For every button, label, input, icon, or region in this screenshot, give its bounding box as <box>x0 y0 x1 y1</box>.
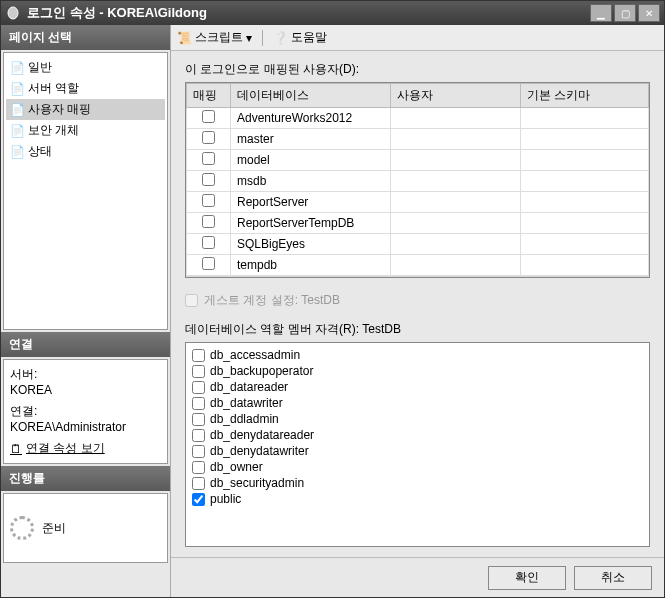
db-cell: tempdb <box>231 255 391 276</box>
role-label: db_securityadmin <box>210 476 304 490</box>
ok-button[interactable]: 확인 <box>488 566 566 590</box>
progress-header: 진행률 <box>1 466 170 491</box>
map-checkbox[interactable] <box>202 152 215 165</box>
user-cell <box>391 255 521 276</box>
map-cell <box>187 108 231 129</box>
role-label: db_accessadmin <box>210 348 300 362</box>
role-label: db_owner <box>210 460 263 474</box>
help-button[interactable]: ❔ 도움말 <box>273 29 327 46</box>
role-label: db_datareader <box>210 380 288 394</box>
role-checkbox[interactable] <box>192 461 205 474</box>
roles-label: 데이터베이스 역할 멤버 자격(R): TestDB <box>185 321 650 338</box>
maximize-button[interactable]: ▢ <box>614 4 636 22</box>
col-db[interactable]: 데이터베이스 <box>231 84 391 108</box>
map-checkbox[interactable] <box>202 194 215 207</box>
body: 페이지 선택 📄 일반 📄 서버 역할 📄 사용자 매핑 📄 보안 개체 <box>1 25 664 597</box>
schema-cell <box>521 234 649 255</box>
map-checkbox[interactable] <box>202 173 215 186</box>
page-label: 일반 <box>28 59 52 76</box>
progress-panel: 준비 <box>3 493 168 563</box>
map-cell <box>187 150 231 171</box>
schema-cell <box>521 171 649 192</box>
page-list: 📄 일반 📄 서버 역할 📄 사용자 매핑 📄 보안 개체 📄 상 <box>3 52 168 330</box>
schema-cell <box>521 192 649 213</box>
table-row[interactable]: AdventureWorks2012 <box>187 108 649 129</box>
page-icon: 📄 <box>10 61 24 75</box>
map-checkbox[interactable] <box>202 131 215 144</box>
role-checkbox[interactable] <box>192 397 205 410</box>
role-item[interactable]: db_securityadmin <box>192 475 643 491</box>
map-checkbox[interactable] <box>202 257 215 270</box>
guest-account-row: 게스트 계정 설정: TestDB <box>185 292 650 309</box>
map-checkbox[interactable] <box>202 215 215 228</box>
user-mapping-table: 매핑 데이터베이스 사용자 기본 스키마 AdventureWorks2012m… <box>186 83 649 277</box>
view-connection-properties-link[interactable]: 🗒 연결 속성 보기 <box>10 440 161 457</box>
role-item[interactable]: db_backupoperator <box>192 363 643 379</box>
role-label: db_backupoperator <box>210 364 313 378</box>
user-mapping-scroll[interactable]: 매핑 데이터베이스 사용자 기본 스키마 AdventureWorks2012m… <box>186 83 649 277</box>
table-row[interactable]: master <box>187 129 649 150</box>
page-label: 보안 개체 <box>28 122 79 139</box>
db-cell: model <box>231 150 391 171</box>
sidebar: 페이지 선택 📄 일반 📄 서버 역할 📄 사용자 매핑 📄 보안 개체 <box>1 25 171 597</box>
page-label: 상태 <box>28 143 52 160</box>
conn-value: KOREA\Administrator <box>10 420 161 434</box>
map-checkbox[interactable] <box>202 110 215 123</box>
table-row[interactable]: TestDBKOREA\Gildong... <box>187 276 649 278</box>
guest-checkbox <box>185 294 198 307</box>
close-button[interactable]: ✕ <box>638 4 660 22</box>
db-cell: ReportServerTempDB <box>231 213 391 234</box>
role-item[interactable]: db_denydatawriter <box>192 443 643 459</box>
page-select-header: 페이지 선택 <box>1 25 170 50</box>
role-label: public <box>210 492 241 506</box>
script-label: 스크립트 <box>195 29 243 46</box>
table-row[interactable]: msdb <box>187 171 649 192</box>
content: 이 로그인으로 매핑된 사용자(D): 매핑 데이터베이스 사용자 기본 스키마 <box>171 51 664 557</box>
role-membership-list[interactable]: db_accessadmindb_backupoperatordb_datare… <box>185 342 650 547</box>
db-cell: SQLBigEyes <box>231 234 391 255</box>
table-row[interactable]: tempdb <box>187 255 649 276</box>
table-row[interactable]: model <box>187 150 649 171</box>
col-map[interactable]: 매핑 <box>187 84 231 108</box>
role-checkbox[interactable] <box>192 493 205 506</box>
role-item[interactable]: db_datareader <box>192 379 643 395</box>
role-item[interactable]: db_ddladmin <box>192 411 643 427</box>
page-item-status[interactable]: 📄 상태 <box>6 141 165 162</box>
help-icon: ❔ <box>273 31 288 45</box>
role-checkbox[interactable] <box>192 477 205 490</box>
table-row[interactable]: SQLBigEyes <box>187 234 649 255</box>
role-item[interactable]: db_accessadmin <box>192 347 643 363</box>
col-schema[interactable]: 기본 스키마 <box>521 84 649 108</box>
cancel-button[interactable]: 취소 <box>574 566 652 590</box>
page-item-server-roles[interactable]: 📄 서버 역할 <box>6 78 165 99</box>
user-cell <box>391 171 521 192</box>
schema-cell <box>521 108 649 129</box>
role-item[interactable]: db_owner <box>192 459 643 475</box>
page-item-securables[interactable]: 📄 보안 개체 <box>6 120 165 141</box>
role-item[interactable]: public <box>192 491 643 507</box>
role-label: db_denydatawriter <box>210 444 309 458</box>
role-checkbox[interactable] <box>192 365 205 378</box>
user-cell <box>391 129 521 150</box>
role-checkbox[interactable] <box>192 413 205 426</box>
page-icon: 📄 <box>10 103 24 117</box>
table-row[interactable]: ReportServer <box>187 192 649 213</box>
map-checkbox[interactable] <box>202 236 215 249</box>
db-cell: TestDB <box>231 276 391 278</box>
role-item[interactable]: db_denydatareader <box>192 427 643 443</box>
role-item[interactable]: db_datawriter <box>192 395 643 411</box>
role-checkbox[interactable] <box>192 349 205 362</box>
page-icon: 📄 <box>10 145 24 159</box>
page-label: 서버 역할 <box>28 80 79 97</box>
role-checkbox[interactable] <box>192 381 205 394</box>
table-row[interactable]: ReportServerTempDB <box>187 213 649 234</box>
script-button[interactable]: 📜 스크립트 ▾ <box>177 29 252 46</box>
col-user[interactable]: 사용자 <box>391 84 521 108</box>
page-item-user-mapping[interactable]: 📄 사용자 매핑 <box>6 99 165 120</box>
minimize-button[interactable]: ▁ <box>590 4 612 22</box>
role-checkbox[interactable] <box>192 429 205 442</box>
window-title: 로그인 속성 - KOREA\Gildong <box>27 4 588 22</box>
role-checkbox[interactable] <box>192 445 205 458</box>
page-item-general[interactable]: 📄 일반 <box>6 57 165 78</box>
titlebar: 로그인 속성 - KOREA\Gildong ▁ ▢ ✕ <box>1 1 664 25</box>
